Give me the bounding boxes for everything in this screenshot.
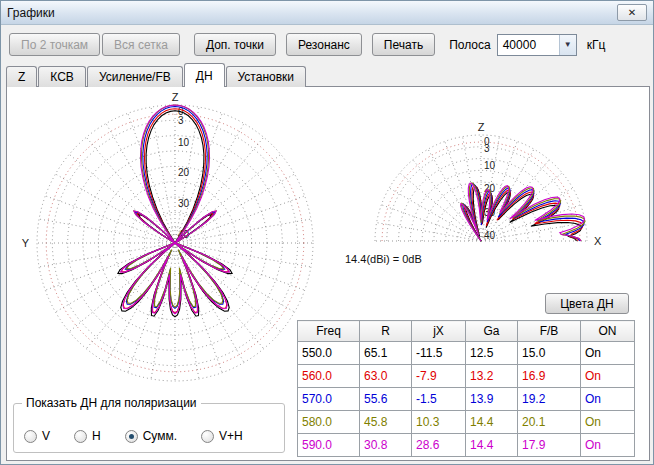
pattern-colors-button[interactable]: Цвета ДН [545, 293, 629, 314]
cell-jx: -1.5 [412, 388, 466, 411]
radio-h[interactable]: H [74, 429, 101, 443]
table-row[interactable]: 590.0 30.8 28.6 14.4 17.9 On [298, 434, 635, 457]
col-header-on: ON [581, 321, 635, 342]
full-grid-button: Вся сетка [102, 33, 180, 56]
chevron-down-icon[interactable]: ▼ [559, 35, 576, 55]
svg-text:X: X [594, 235, 602, 247]
cell-jx: 10.3 [412, 411, 466, 434]
cell-on-toggle[interactable]: On [581, 342, 635, 365]
polarization-groupbox: Показать ДН для поляризации V H Сумм. V+… [13, 403, 285, 453]
reference-level-label: 14.4(dBi) = 0dB [345, 253, 422, 265]
band-label: Полоса [449, 38, 491, 52]
radio-v[interactable]: V [24, 429, 50, 443]
cell-freq: 580.0 [298, 411, 360, 434]
svg-text:30: 30 [178, 198, 190, 209]
tab-settings[interactable]: Установки [226, 66, 306, 87]
cell-ga: 13.2 [466, 365, 518, 388]
print-button[interactable]: Печать [372, 33, 435, 56]
cell-on-toggle[interactable]: On [581, 434, 635, 457]
cell-on-toggle[interactable]: On [581, 388, 635, 411]
cell-ga: 12.5 [466, 342, 518, 365]
frequency-table: Freq R jX Ga F/B ON 550.0 65.1 -11.5 12.… [297, 320, 635, 457]
toolbar: По 2 точкам Вся сетка Доп. точки Резонан… [1, 25, 653, 57]
radio-sum-label: Сумм. [143, 429, 177, 443]
tab-dn[interactable]: ДН [184, 63, 225, 87]
cell-r: 45.8 [360, 411, 412, 434]
radio-sum[interactable]: Сумм. [125, 429, 177, 443]
col-header-fb: F/B [518, 321, 581, 342]
two-points-button: По 2 точкам [9, 33, 100, 56]
title-bar: Графики ✕ [1, 1, 653, 25]
close-icon: ✕ [628, 7, 636, 18]
graphs-window: Графики ✕ По 2 точкам Вся сетка Доп. точ… [0, 0, 654, 465]
tab-z[interactable]: Z [6, 66, 37, 87]
cell-freq: 570.0 [298, 388, 360, 411]
svg-text:3: 3 [484, 143, 490, 154]
svg-text:Y: Y [22, 237, 30, 249]
svg-text:10: 10 [178, 137, 190, 148]
svg-text:3: 3 [178, 115, 184, 126]
table-header-row: Freq R jX Ga F/B ON [298, 321, 635, 342]
right-polar-plot: 0310203040ZX [359, 117, 627, 257]
band-value: 40000 [498, 38, 559, 52]
radio-selected-icon [125, 430, 138, 443]
window-title: Графики [7, 6, 55, 20]
table-row[interactable]: 550.0 65.1 -11.5 12.5 15.0 On [298, 342, 635, 365]
col-header-freq: Freq [298, 321, 360, 342]
cell-jx: -7.9 [412, 365, 466, 388]
radio-h-label: H [92, 429, 101, 443]
svg-text:40: 40 [484, 230, 496, 241]
svg-text:Z: Z [478, 121, 485, 133]
tab-ksv[interactable]: КСВ [38, 66, 86, 87]
cell-ga: 13.9 [466, 388, 518, 411]
col-header-ga: Ga [466, 321, 518, 342]
radio-circle-icon [24, 430, 37, 443]
svg-text:Z: Z [172, 91, 179, 103]
cell-ga: 14.4 [466, 411, 518, 434]
cell-jx: -11.5 [412, 342, 466, 365]
cell-freq: 560.0 [298, 365, 360, 388]
polarization-options: V H Сумм. V+H [24, 429, 267, 443]
radio-v-label: V [42, 429, 50, 443]
band-combobox[interactable]: 40000 ▼ [497, 34, 577, 56]
radio-v-plus-h-label: V+H [219, 429, 243, 443]
close-button[interactable]: ✕ [617, 4, 647, 21]
cell-on-toggle[interactable]: On [581, 365, 635, 388]
table-row[interactable]: 560.0 63.0 -7.9 13.2 16.9 On [298, 365, 635, 388]
radio-circle-icon [74, 430, 87, 443]
polarization-group-title: Показать ДН для поляризации [22, 396, 201, 410]
pattern-tab-page: 0310203040ZY 0310203040ZX 14.4(dBi) = 0d… [6, 86, 650, 461]
tab-gain-fb[interactable]: Усиление/FB [87, 66, 183, 87]
cell-fb: 20.1 [518, 411, 581, 434]
cell-r: 63.0 [360, 365, 412, 388]
cell-freq: 590.0 [298, 434, 360, 457]
cell-jx: 28.6 [412, 434, 466, 457]
cell-fb: 19.2 [518, 388, 581, 411]
cell-r: 30.8 [360, 434, 412, 457]
radio-v-plus-h[interactable]: V+H [201, 429, 243, 443]
cell-r: 65.1 [360, 342, 412, 365]
svg-text:20: 20 [178, 167, 190, 178]
cell-fb: 17.9 [518, 434, 581, 457]
table-row[interactable]: 570.0 55.6 -1.5 13.9 19.2 On [298, 388, 635, 411]
radio-circle-icon [201, 430, 214, 443]
table-row[interactable]: 580.0 45.8 10.3 14.4 20.1 On [298, 411, 635, 434]
tab-strip: Z КСВ Усиление/FB ДН Установки [6, 63, 307, 87]
extra-points-button[interactable]: Доп. точки [194, 33, 276, 56]
cell-fb: 16.9 [518, 365, 581, 388]
cell-ga: 14.4 [466, 434, 518, 457]
col-header-r: R [360, 321, 412, 342]
cell-r: 55.6 [360, 388, 412, 411]
resonance-button[interactable]: Резонанс [286, 33, 362, 56]
cell-fb: 15.0 [518, 342, 581, 365]
cell-on-toggle[interactable]: On [581, 411, 635, 434]
band-unit-label: кГц [587, 38, 606, 52]
col-header-jx: jX [412, 321, 466, 342]
svg-text:10: 10 [484, 160, 496, 171]
cell-freq: 550.0 [298, 342, 360, 365]
